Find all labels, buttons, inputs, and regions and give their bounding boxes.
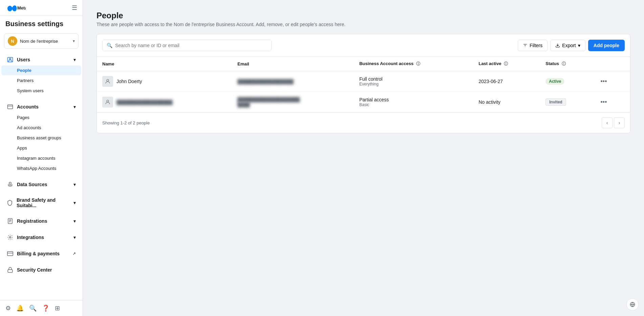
data-sources-icon — [7, 181, 14, 188]
accounts-group-header[interactable]: Accounts ▾ — [1, 101, 81, 112]
cell-actions-1: ••• — [593, 71, 630, 92]
access-sub-2: Basic — [359, 102, 468, 107]
user-name-2: ██████████████████ — [116, 100, 173, 105]
cell-email-1: ██████████████████ — [232, 71, 354, 92]
meta-logo: Meta — [5, 4, 26, 11]
user-avatar-2 — [102, 97, 113, 107]
status-badge-active: Active — [545, 78, 564, 85]
pagination: ‹ › — [602, 117, 625, 128]
cell-status-2: Invited — [540, 92, 592, 113]
registrations-label: Registrations — [17, 218, 47, 224]
add-people-button[interactable]: Add people — [588, 40, 625, 51]
export-chevron-icon: ▾ — [578, 43, 580, 48]
users-group-header[interactable]: Users ▾ — [1, 54, 81, 65]
integrations-section: Integrations ▾ — [0, 229, 83, 245]
access-main-2: Partial access — [359, 97, 468, 102]
cell-status-1: Active — [540, 71, 592, 92]
security-icon — [7, 266, 14, 273]
security-section: Security Center — [0, 262, 83, 278]
globe-icon — [630, 302, 635, 307]
help-icon[interactable]: ❓ — [42, 304, 49, 312]
svg-point-3 — [9, 182, 11, 184]
sidebar-item-whatsapp-accounts[interactable]: WhatsApp Accounts — [1, 163, 81, 173]
integrations-icon — [7, 234, 14, 241]
search-icon[interactable]: 🔍 — [29, 304, 37, 312]
layout-icon[interactable]: ⊞ — [55, 304, 60, 312]
chevron-down-icon: ▾ — [73, 39, 75, 43]
svg-text:Meta: Meta — [17, 5, 26, 11]
column-name: Name — [97, 57, 232, 71]
last-active-info-icon[interactable]: ⓘ — [504, 61, 508, 66]
cell-name-1: John Doerty — [97, 71, 232, 92]
sidebar-item-ad-accounts[interactable]: Ad accounts — [1, 123, 81, 133]
sidebar: Meta ☰ Business settings N Nom de l'entr… — [0, 0, 83, 316]
row-more-button-1[interactable]: ••• — [598, 77, 610, 86]
users-section: Users ▾ People Partners System users — [0, 52, 83, 99]
table-row: John Doerty ██████████████████ Full cont… — [97, 71, 630, 92]
filters-button[interactable]: Filters — [518, 40, 548, 51]
sidebar-item-business-asset-groups[interactable]: Business asset groups — [1, 133, 81, 143]
users-label: Users — [17, 57, 30, 62]
business-selector[interactable]: N Nom de l'entreprise ▾ — [4, 33, 79, 49]
column-business-access: Business Account access ⓘ — [354, 57, 473, 71]
accounts-icon — [7, 103, 14, 110]
toolbar-right: Filters Export ▾ Add people — [518, 40, 625, 51]
sidebar-item-system-users[interactable]: System users — [1, 86, 81, 96]
prev-page-button[interactable]: ‹ — [602, 117, 613, 128]
external-link-icon: ↗ — [72, 251, 76, 256]
brand-safety-icon — [7, 199, 13, 206]
sidebar-item-instagram-accounts[interactable]: Instagram accounts — [1, 153, 81, 163]
billing-icon — [7, 250, 14, 257]
sidebar-item-pages[interactable]: Pages — [1, 113, 81, 122]
business-access-info-icon[interactable]: ⓘ — [416, 61, 420, 66]
export-button[interactable]: Export ▾ — [550, 40, 585, 51]
users-collapse-icon: ▾ — [73, 57, 76, 62]
svg-point-5 — [9, 237, 11, 238]
table-footer: Showing 1-2 of 2 people ‹ › — [97, 112, 630, 133]
business-avatar: N — [8, 36, 17, 46]
data-sources-label: Data Sources — [17, 182, 47, 187]
cell-actions-2: ••• — [593, 92, 630, 113]
registrations-group-header[interactable]: Registrations ▾ — [1, 216, 81, 226]
users-icon — [7, 56, 14, 63]
page-title: People — [96, 11, 630, 20]
globe-button[interactable] — [626, 298, 639, 311]
security-label: Security Center — [17, 267, 52, 273]
business-name: Nom de l'entreprise — [20, 39, 70, 44]
sidebar-header: Meta ☰ — [0, 0, 83, 16]
search-box[interactable]: 🔍 — [102, 40, 272, 51]
registrations-collapse-icon: ▾ — [73, 218, 76, 224]
billing-section: Billing & payments ↗ — [0, 245, 83, 262]
cell-email-2: ████████████████████ ████ — [232, 92, 354, 113]
search-input-icon: 🔍 — [107, 43, 112, 48]
hamburger-icon[interactable]: ☰ — [72, 4, 77, 12]
sidebar-item-partners[interactable]: Partners — [1, 76, 81, 85]
user-email-2: ████████████████████ — [237, 97, 348, 102]
main-panel: People These are people with access to t… — [83, 0, 644, 316]
data-sources-collapse-icon: ▾ — [73, 182, 76, 187]
billing-group-header[interactable]: Billing & payments ↗ — [1, 248, 81, 259]
svg-rect-7 — [8, 270, 13, 272]
sidebar-item-apps[interactable]: Apps — [1, 143, 81, 153]
next-page-button[interactable]: › — [614, 117, 625, 128]
status-badge-invited: Invited — [545, 98, 566, 106]
row-more-button-2[interactable]: ••• — [598, 97, 610, 107]
registrations-icon — [7, 218, 14, 224]
status-info-icon[interactable]: ⓘ — [562, 61, 566, 66]
table-body: John Doerty ██████████████████ Full cont… — [97, 71, 630, 113]
svg-rect-2 — [8, 105, 13, 109]
svg-point-13 — [107, 100, 109, 102]
table-toolbar: 🔍 Filters Export ▾ Add people — [97, 34, 630, 57]
sidebar-item-people[interactable]: People — [1, 65, 81, 75]
table-header: Name Email Business Account access ⓘ Las… — [97, 57, 630, 71]
brand-safety-group-header[interactable]: Brand Safety and Suitabi... ▾ — [1, 195, 81, 210]
cell-last-active-1: 2023-06-27 — [473, 71, 540, 92]
security-group-header[interactable]: Security Center — [1, 264, 81, 275]
integrations-group-header[interactable]: Integrations ▾ — [1, 232, 81, 243]
settings-icon[interactable]: ⚙ — [5, 304, 11, 312]
bell-icon[interactable]: 🔔 — [16, 304, 24, 312]
people-table: Name Email Business Account access ⓘ Las… — [97, 57, 630, 112]
search-input[interactable] — [115, 43, 267, 48]
access-main-1: Full control — [359, 76, 468, 82]
data-sources-group-header[interactable]: Data Sources ▾ — [1, 179, 81, 190]
